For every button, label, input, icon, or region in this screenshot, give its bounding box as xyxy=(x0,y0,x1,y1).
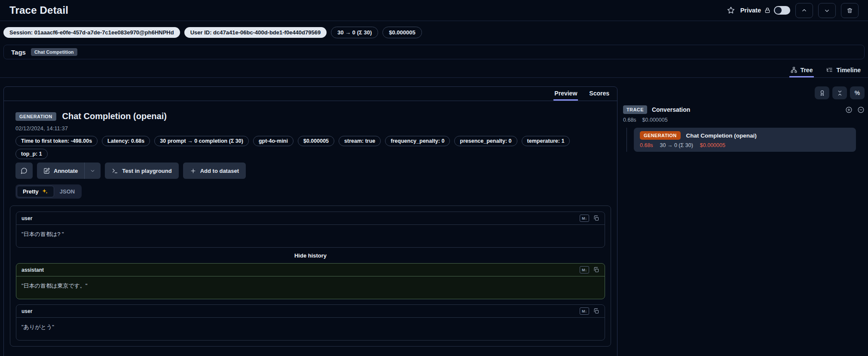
trace-title: Conversation xyxy=(652,106,690,113)
comment-button[interactable] xyxy=(15,163,33,179)
annotate-label: Annotate xyxy=(54,168,78,174)
format-json-button[interactable]: JSON xyxy=(54,186,80,197)
observation-panel: Preview Scores GENERATION Chat Completio… xyxy=(3,86,617,356)
test-in-playground-button[interactable]: Test in playground xyxy=(105,163,178,179)
trace-node[interactable]: TRACE Conversation xyxy=(623,105,865,114)
markdown-toggle-icon[interactable]: M↓ xyxy=(580,307,589,315)
session-badge[interactable]: Session: 01aaacf6-e0fe-457d-a7de-7c1ee08… xyxy=(3,27,180,38)
bookmark-star-button[interactable] xyxy=(727,6,735,15)
circle-plus-icon xyxy=(845,106,853,114)
message-content: "日本の首都は東京です。" xyxy=(16,276,605,299)
chevron-up-icon xyxy=(801,7,807,14)
add-to-dataset-label: Add to dataset xyxy=(200,168,239,174)
expand-node-button[interactable] xyxy=(845,106,853,114)
metrics-percent-button[interactable]: % xyxy=(850,86,865,99)
trace-latency: 0.68s xyxy=(623,117,636,123)
trace-metrics: 0.68s $0.000005 xyxy=(623,117,865,123)
percent-icon: % xyxy=(855,89,860,96)
annotate-dropdown-button[interactable] xyxy=(85,163,101,179)
observation-type-badge: GENERATION xyxy=(15,112,56,121)
privacy-label: Private xyxy=(740,7,761,14)
tree-toolbar: % xyxy=(623,86,865,99)
delete-trace-button[interactable] xyxy=(841,3,859,18)
param-badge: Time to first token: -498.00s xyxy=(15,136,98,146)
terminal-icon xyxy=(112,168,118,174)
circle-minus-icon xyxy=(857,106,865,114)
markdown-toggle-icon[interactable]: M↓ xyxy=(580,215,589,222)
chevrons-collapse-icon xyxy=(837,90,843,96)
generation-node[interactable]: GENERATION Chat Completion (openai) 0.68… xyxy=(634,128,856,152)
message-header: user M↓ xyxy=(16,212,605,225)
tree-hierarchy-icon xyxy=(791,67,797,73)
annotate-split-button: Annotate xyxy=(37,163,101,179)
collapse-node-button[interactable] xyxy=(857,106,865,114)
generation-type-badge: GENERATION xyxy=(640,131,681,140)
param-badge: temperature: 1 xyxy=(522,136,570,146)
param-badge: stream: true xyxy=(339,136,381,146)
chat-bubble-icon xyxy=(21,167,28,174)
format-pretty-button[interactable]: Pretty xyxy=(17,186,54,197)
plus-icon xyxy=(190,168,196,174)
trace-tree-panel: % TRACE Conversation 0.68s $0.000005 GEN… xyxy=(623,86,865,155)
param-badge: frequency_penalty: 0 xyxy=(385,136,450,146)
header-divider xyxy=(0,21,868,21)
param-badge: top_p: 1 xyxy=(15,149,48,159)
tab-tree-label: Tree xyxy=(801,67,813,74)
token-usage-badge: 30 → 0 (Σ 30) xyxy=(331,27,378,38)
hide-history-button[interactable]: Hide history xyxy=(16,248,605,263)
tag-chip[interactable]: Chat Competition xyxy=(31,48,77,56)
message-role: user xyxy=(21,215,32,221)
playground-label: Test in playground xyxy=(122,168,171,174)
copy-icon[interactable] xyxy=(593,215,599,221)
trace-cost: $0.000005 xyxy=(642,117,668,123)
message-header: user M↓ xyxy=(16,305,605,318)
node-latency: 0.68s xyxy=(640,142,653,148)
generation-header: GENERATION Chat Completion (openai) xyxy=(15,111,611,121)
timeline-list-icon xyxy=(826,67,833,73)
param-badge: $0.000005 xyxy=(298,136,334,146)
copy-icon[interactable] xyxy=(593,308,599,314)
next-trace-button[interactable] xyxy=(818,3,836,18)
lock-icon xyxy=(764,7,771,14)
message-content: "ありがとう" xyxy=(16,318,605,340)
award-icon xyxy=(819,90,825,96)
tab-timeline-label: Timeline xyxy=(836,67,861,74)
node-tokens: 30 → 0 (Σ 30) xyxy=(660,142,693,148)
previous-trace-button[interactable] xyxy=(795,3,813,18)
view-tabs: Tree Timeline xyxy=(0,64,868,78)
privacy-toggle[interactable] xyxy=(774,6,790,15)
star-icon xyxy=(727,6,735,15)
add-to-dataset-button[interactable]: Add to dataset xyxy=(183,163,246,179)
copy-icon[interactable] xyxy=(593,267,599,273)
meta-badges: Session: 01aaacf6-e0fe-457d-a7de-7c1ee08… xyxy=(3,27,868,38)
chevron-down-icon xyxy=(824,7,830,14)
trace-type-badge: TRACE xyxy=(623,105,647,114)
user-id-badge[interactable]: User ID: dc47a41e-06bc-400d-bde1-f0e440d… xyxy=(184,27,327,38)
annotate-button[interactable]: Annotate xyxy=(37,163,84,179)
tab-tree[interactable]: Tree xyxy=(789,64,814,77)
tab-timeline[interactable]: Timeline xyxy=(825,64,862,77)
param-badge: 30 prompt → 0 completion (Σ 30) xyxy=(154,136,249,146)
content-area: Preview Scores GENERATION Chat Completio… xyxy=(0,78,868,356)
message-role: user xyxy=(21,308,32,314)
tree-children: GENERATION Chat Completion (openai) 0.68… xyxy=(623,128,865,155)
collapse-all-button[interactable] xyxy=(832,86,847,99)
preview-scores-tabs: Preview Scores xyxy=(4,87,617,101)
tab-preview[interactable]: Preview xyxy=(553,87,578,101)
trash-icon xyxy=(847,7,853,14)
markdown-toggle-icon[interactable]: M↓ xyxy=(580,266,589,273)
scores-award-button[interactable] xyxy=(815,86,829,99)
tags-container[interactable]: Tags Chat Competition xyxy=(3,45,865,59)
observation-title: Chat Completion (openai) xyxy=(62,111,167,121)
param-badges: Time to first token: -498.00sLatency: 0.… xyxy=(15,136,591,159)
messages-container: user M↓ "日本の首都は? " Hide history assistan… xyxy=(10,206,611,347)
generation-node-metrics: 0.68s 30 → 0 (Σ 30) $0.000005 xyxy=(640,142,850,148)
message-box: assistant M↓ "日本の首都は東京です。" xyxy=(16,263,605,299)
tab-scores[interactable]: Scores xyxy=(588,87,610,101)
param-badge: presence_penalty: 0 xyxy=(454,136,517,146)
chevron-down-icon xyxy=(90,168,95,174)
param-badge: gpt-4o-mini xyxy=(253,136,293,146)
node-cost: $0.000005 xyxy=(700,142,725,148)
format-toggle: Pretty JSON xyxy=(15,184,82,199)
pen-square-icon xyxy=(43,168,50,174)
